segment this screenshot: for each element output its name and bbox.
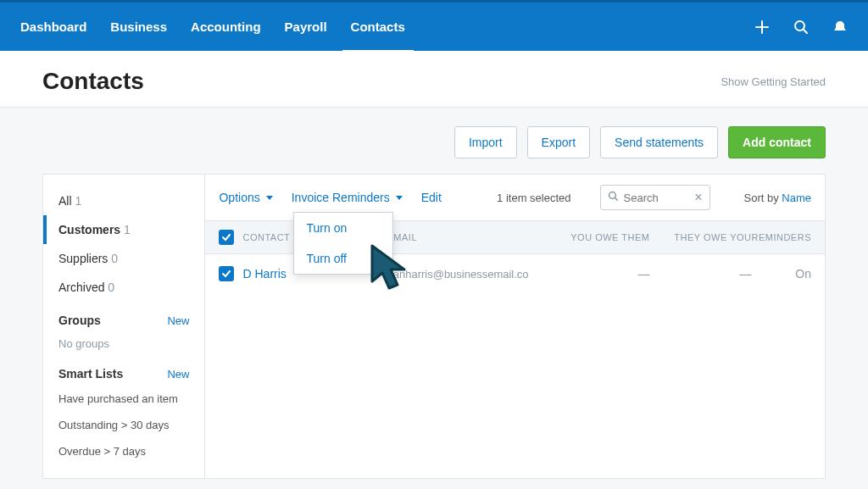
smartlist-purchased[interactable]: Have purchased an item [43, 386, 204, 412]
th-you-owe: YOU OWE THEM [548, 232, 649, 242]
nav-accounting[interactable]: Accounting [191, 3, 261, 51]
new-smartlist-link[interactable]: New [167, 368, 189, 381]
page-header: Contacts Show Getting Started [0, 51, 868, 108]
export-button[interactable]: Export [527, 126, 590, 158]
sidebar-filter-suppliers[interactable]: Suppliers 0 [43, 244, 204, 273]
filter-label: Archived [58, 281, 104, 294]
th-reminders: REMINDERS [751, 232, 811, 242]
sort-value-link[interactable]: Name [782, 192, 811, 204]
th-they-owe: THEY OWE YOU [649, 232, 751, 242]
edit-link[interactable]: Edit [421, 191, 442, 204]
caret-down-icon [266, 196, 273, 200]
options-label: Options [219, 191, 259, 204]
bell-icon[interactable] [832, 19, 848, 35]
new-group-link[interactable]: New [167, 314, 189, 327]
action-row: Import Export Send statements Add contac… [0, 108, 868, 174]
sidebar-groups-heading: Groups New [43, 302, 204, 332]
send-statements-button[interactable]: Send statements [600, 126, 718, 158]
topbar-right [754, 19, 848, 35]
add-icon[interactable] [754, 19, 770, 35]
sort-by: Sort by Name [744, 192, 811, 204]
reminders-value: On [795, 267, 811, 281]
sidebar-filter-archived[interactable]: Archived 0 [43, 273, 204, 302]
nav-list: Dashboard Business Accounting Payroll Co… [20, 3, 754, 51]
selected-count: 1 item selected [497, 192, 570, 204]
they-owe-value: — [739, 267, 751, 281]
sidebar: All 1 Customers 1 Suppliers 0 Archived 0… [42, 174, 204, 479]
sidebar-filter-customers[interactable]: Customers 1 [43, 215, 204, 244]
turn-on-option[interactable]: Turn on [294, 213, 392, 243]
search-icon[interactable] [793, 19, 809, 35]
search-box[interactable]: × [600, 185, 710, 210]
invoice-reminders-label: Invoice Reminders [292, 191, 390, 204]
svg-point-1 [609, 192, 615, 198]
groups-label: Groups [58, 314, 101, 327]
smartlist-overdue[interactable]: Overdue > 7 days [43, 438, 204, 464]
content: All 1 Customers 1 Suppliers 0 Archived 0… [0, 174, 868, 479]
select-all-checkbox[interactable] [219, 230, 234, 245]
nav-contacts[interactable]: Contacts [351, 3, 405, 51]
contact-email: danharris@businessemail.co [387, 268, 528, 281]
import-button[interactable]: Import [454, 126, 517, 158]
smart-label: Smart Lists [58, 367, 123, 381]
filter-label: Suppliers [58, 252, 108, 265]
invoice-reminders-dropdown[interactable]: Invoice Reminders [292, 191, 403, 204]
th-email: EMAIL [387, 232, 548, 242]
filter-count: 1 [124, 223, 131, 236]
options-dropdown[interactable]: Options [219, 191, 272, 204]
show-getting-started-link[interactable]: Show Getting Started [721, 75, 826, 88]
top-nav: Dashboard Business Accounting Payroll Co… [0, 0, 868, 51]
add-contact-button[interactable]: Add contact [728, 126, 826, 158]
row-checkbox[interactable] [219, 266, 234, 281]
filter-count: 1 [75, 194, 81, 208]
contact-name-link[interactable]: D Harris [242, 267, 286, 281]
turn-off-option[interactable]: Turn off [294, 243, 392, 274]
page-title: Contacts [42, 68, 144, 95]
filter-count: 0 [108, 281, 114, 294]
nav-business[interactable]: Business [110, 3, 167, 51]
filter-count: 0 [111, 252, 118, 265]
groups-empty: No groups [43, 332, 204, 355]
sort-label: Sort by [744, 192, 782, 204]
magnifier-icon [608, 191, 620, 205]
sidebar-smart-heading: Smart Lists New [43, 355, 204, 386]
filter-label: Customers [58, 223, 120, 236]
search-input[interactable] [624, 192, 683, 204]
clear-search-icon[interactable]: × [694, 190, 702, 205]
nav-dashboard[interactable]: Dashboard [20, 3, 86, 51]
main-panel: Options Invoice Reminders Edit 1 item se… [204, 174, 826, 479]
caret-down-icon [396, 196, 403, 200]
sidebar-filter-all[interactable]: All 1 [43, 186, 204, 215]
nav-payroll[interactable]: Payroll [285, 3, 327, 51]
you-owe-value: — [637, 267, 649, 281]
filter-label: All [58, 194, 72, 208]
invoice-reminders-menu: Turn on Turn off [293, 212, 393, 275]
smartlist-outstanding[interactable]: Outstanding > 30 days [43, 412, 204, 438]
